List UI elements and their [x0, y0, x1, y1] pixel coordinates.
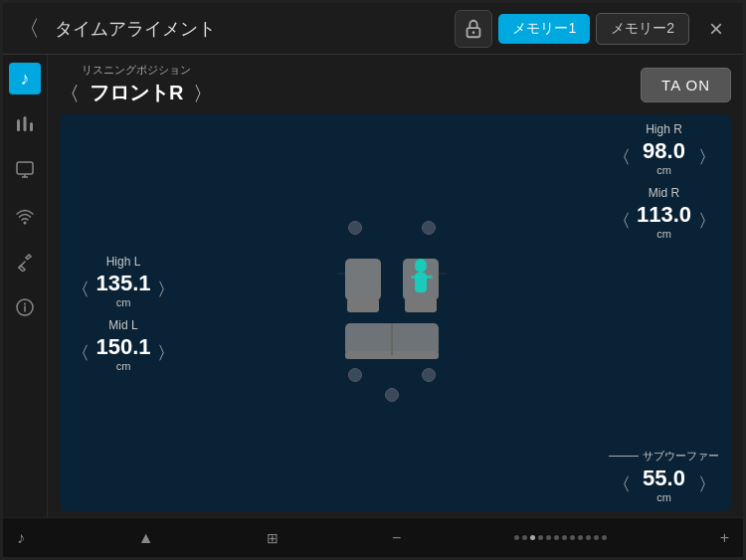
sidebar-icon-wifi[interactable] — [9, 200, 41, 232]
lock-icon — [463, 18, 484, 40]
mid-speakers — [348, 368, 436, 382]
mid-r-value-group: 113.0 cm — [637, 202, 692, 240]
svg-rect-4 — [30, 122, 33, 131]
mid-r-channel: Mid R 〈 113.0 cm 〉 — [609, 186, 719, 240]
high-l-label: High L — [106, 255, 141, 269]
center-area — [183, 122, 601, 503]
mid-l-decrease[interactable]: 〈 — [72, 344, 90, 362]
dot-1 — [514, 535, 519, 540]
position-next-button[interactable]: 〉 — [193, 84, 213, 103]
subwoofer-label: サブウーファー — [643, 449, 719, 464]
sub-row: 〈 55.0 cm 〉 — [613, 466, 716, 503]
subwoofer-section: サブウーファー 〈 55.0 cm 〉 — [609, 449, 719, 503]
svg-rect-18 — [411, 276, 419, 279]
close-button[interactable]: × — [699, 12, 733, 46]
position-prev-button[interactable]: 〈 — [60, 84, 80, 103]
dot-10 — [586, 535, 591, 540]
dot-6 — [554, 535, 559, 540]
right-channels: High R 〈 98.0 cm 〉 — [601, 122, 723, 503]
eq-icon — [14, 113, 36, 135]
speaker-dot-tr — [422, 221, 436, 235]
memory1-button[interactable]: メモリー1 — [498, 14, 590, 44]
svg-rect-12 — [345, 259, 381, 300]
sub-unit: cm — [637, 491, 692, 503]
svg-rect-5 — [17, 162, 33, 174]
mid-r-value: 113.0 — [637, 202, 692, 228]
right-top-channels: High R 〈 98.0 cm 〉 — [609, 122, 719, 240]
bottom-dots — [514, 535, 607, 540]
mid-r-decrease[interactable]: 〈 — [613, 212, 631, 230]
sidebar-icon-eq[interactable] — [9, 108, 41, 140]
dot-7 — [562, 535, 567, 540]
high-l-value-group: 135.1 cm — [95, 271, 151, 308]
high-r-decrease[interactable]: 〈 — [613, 148, 631, 166]
top-bar: 〈 タイムアライメント メモリー1 メモリー2 × — [3, 3, 743, 55]
svg-point-1 — [472, 31, 475, 34]
mid-l-increase[interactable]: 〉 — [157, 344, 175, 362]
bottom-plus-icon[interactable]: + — [720, 529, 729, 547]
display-icon — [15, 160, 35, 180]
display-area: High L 〈 135.1 cm 〉 Mid L — [60, 114, 731, 511]
high-l-unit: cm — [95, 296, 151, 308]
speaker-dot-ml — [348, 368, 362, 382]
mid-r-unit: cm — [637, 228, 692, 240]
back-button[interactable]: 〈 — [13, 13, 45, 45]
high-r-label: High R — [646, 122, 682, 136]
bottom-grid-icon[interactable]: ⊞ — [267, 530, 279, 546]
high-l-value: 135.1 — [95, 271, 151, 296]
bottom-minus-icon[interactable]: − — [392, 529, 401, 547]
position-selector: 〈 フロントR 〉 — [60, 80, 213, 106]
dot-12 — [602, 535, 607, 540]
sub-decrease[interactable]: 〈 — [613, 475, 631, 493]
high-r-channel: High R 〈 98.0 cm 〉 — [609, 122, 719, 176]
main-area: ♪ — [3, 55, 743, 517]
mid-r-label: Mid R — [649, 186, 679, 200]
dot-5 — [546, 535, 551, 540]
sub-increase[interactable]: 〉 — [698, 475, 716, 493]
mid-l-value: 150.1 — [95, 334, 151, 360]
ta-button[interactable]: TA ON — [641, 68, 731, 102]
dot-3 — [530, 535, 535, 540]
svg-rect-13 — [347, 298, 379, 312]
lock-button[interactable] — [455, 10, 492, 48]
sub-label-row: サブウーファー — [609, 449, 719, 464]
sub-value-group: 55.0 cm — [637, 466, 692, 503]
wifi-icon — [14, 205, 36, 227]
high-r-unit: cm — [637, 164, 692, 176]
position-label: リスニングポジション — [82, 63, 191, 78]
mid-l-channel: Mid L 〈 150.1 cm 〉 — [72, 318, 175, 372]
high-l-channel: High L 〈 135.1 cm 〉 — [72, 255, 175, 308]
sidebar-icon-display[interactable] — [9, 154, 41, 186]
seats-illustration — [332, 239, 452, 368]
seats-svg — [337, 244, 447, 363]
high-r-value-group: 98.0 cm — [637, 138, 692, 176]
svg-rect-19 — [425, 276, 433, 279]
mid-l-row: 〈 150.1 cm 〉 — [72, 334, 175, 372]
info-icon — [15, 297, 35, 317]
svg-point-16 — [415, 259, 427, 273]
high-l-increase[interactable]: 〉 — [157, 280, 175, 298]
memory-group: メモリー1 メモリー2 — [455, 10, 689, 48]
mid-r-increase[interactable]: 〉 — [698, 212, 716, 230]
left-channels: High L 〈 135.1 cm 〉 Mid L — [68, 122, 183, 503]
sidebar-icon-audio[interactable]: ♪ — [9, 63, 41, 94]
content-panel: リスニングポジション 〈 フロントR 〉 TA ON High L — [48, 55, 743, 517]
speaker-dot-mr — [422, 368, 436, 382]
high-l-decrease[interactable]: 〈 — [72, 280, 90, 298]
mid-r-row: 〈 113.0 cm 〉 — [613, 202, 716, 240]
svg-point-8 — [24, 222, 27, 225]
speaker-dot-tl — [348, 221, 362, 235]
sidebar-icon-tools[interactable] — [9, 246, 41, 278]
high-r-value: 98.0 — [637, 138, 692, 164]
bottom-up-icon[interactable]: ▲ — [138, 529, 154, 547]
bottom-music-icon[interactable]: ♪ — [17, 529, 25, 547]
high-r-increase[interactable]: 〉 — [698, 148, 716, 166]
top-speakers — [348, 221, 436, 235]
svg-point-11 — [24, 303, 26, 305]
dot-4 — [538, 535, 543, 540]
sidebar-icon-info[interactable] — [9, 291, 41, 323]
dot-11 — [594, 535, 599, 540]
position-group: リスニングポジション 〈 フロントR 〉 — [60, 63, 213, 106]
memory2-button[interactable]: メモリー2 — [596, 13, 689, 45]
position-row: リスニングポジション 〈 フロントR 〉 TA ON — [60, 63, 731, 106]
